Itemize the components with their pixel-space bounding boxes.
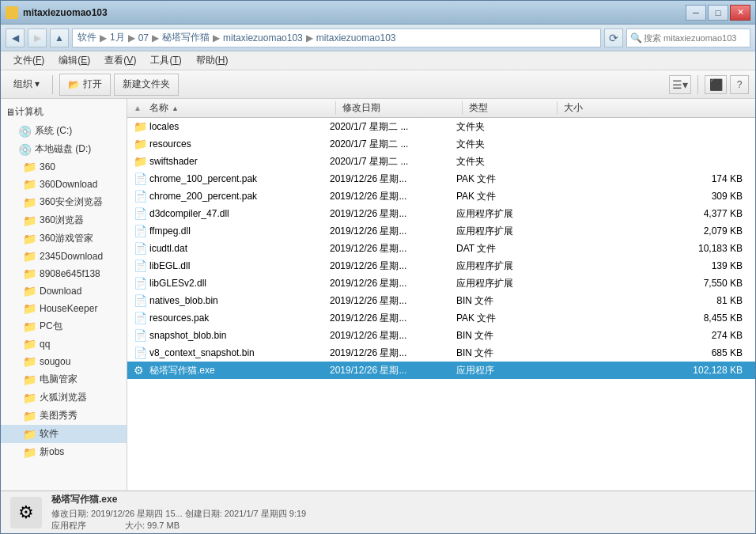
up-button[interactable]: ▲	[50, 28, 69, 47]
sidebar-qq-label: qq	[40, 339, 50, 350]
table-row[interactable]: 📄 icudtl.dat 2019/12/26 星期... DAT 文件 10,…	[127, 240, 755, 257]
table-row[interactable]: 📄 v8_context_snapshot.bin 2019/12/26 星期.…	[127, 344, 755, 362]
sidebar-item-newobs[interactable]: 📁 新obs	[1, 443, 127, 461]
col-header-size[interactable]: 大小	[558, 101, 749, 115]
sidebar-item-c-drive[interactable]: 💿 系统 (C:)	[1, 122, 127, 140]
menu-file[interactable]: 文件(F)	[7, 52, 51, 69]
breadcrumb-item-4[interactable]: 秘塔写作猫	[162, 31, 210, 44]
sidebar-pc-label: PC包	[40, 320, 62, 333]
sidebar-2345-label: 2345Download	[40, 251, 103, 262]
sidebar-item-pcmgr[interactable]: 📁 电脑管家	[1, 370, 127, 388]
toolbar-right: ☰▾ ⬛ ?	[669, 75, 749, 94]
table-row[interactable]: 📁 locales 2020/1/7 星期二 ... 文件夹	[127, 118, 755, 135]
breadcrumb-item-6[interactable]: mitaxiezuomao103	[316, 32, 396, 44]
folder-icon: 📁	[23, 302, 36, 315]
folder-icon: 📁	[23, 410, 36, 422]
sidebar-item-360[interactable]: 📁 360	[1, 158, 127, 176]
col-header-name[interactable]: 名称 ▲	[146, 101, 336, 115]
table-row[interactable]: 📁 resources 2020/1/7 星期二 ... 文件夹	[127, 135, 755, 153]
close-button[interactable]: ✕	[730, 5, 750, 21]
sidebar-ff-label: 火狐浏览器	[40, 391, 87, 404]
search-box[interactable]: 🔍	[626, 28, 750, 47]
menu-bar: 文件(F) 编辑(E) 查看(V) 工具(T) 帮助(H)	[1, 51, 755, 70]
table-row[interactable]: 📄 ffmpeg.dll 2019/12/26 星期... 应用程序扩展 2,0…	[127, 222, 755, 240]
sidebar-360g-label: 360游戏管家	[40, 232, 93, 245]
back-button[interactable]: ◀	[6, 28, 25, 47]
table-row[interactable]: 📄 libEGL.dll 2019/12/26 星期... 应用程序扩展 139…	[127, 257, 755, 275]
col-header-type[interactable]: 类型	[463, 101, 558, 115]
sidebar-dl-label: Download	[40, 286, 81, 297]
breadcrumb-item-1[interactable]: 软件	[77, 31, 96, 44]
toolbar-sep2	[697, 75, 698, 94]
sidebar-360ll-label: 360浏览器	[40, 214, 84, 227]
table-row[interactable]: 📄 natives_blob.bin 2019/12/26 星期... BIN …	[127, 292, 755, 309]
sort-indicator: ▲	[134, 104, 146, 112]
help-button[interactable]: ?	[730, 75, 749, 94]
table-row-selected[interactable]: ⚙ 秘塔写作猫.exe 2019/12/26 星期... 应用程序 102,12…	[127, 362, 755, 379]
folder-icon: 📁	[134, 155, 146, 168]
maximize-button[interactable]: □	[708, 5, 728, 21]
refresh-button[interactable]: ⟳	[604, 28, 623, 47]
sidebar-item-housekeeper[interactable]: 📁 HouseKeeper	[1, 300, 127, 317]
table-row[interactable]: 📄 resources.pak 2019/12/26 星期... PAK 文件 …	[127, 309, 755, 327]
menu-help[interactable]: 帮助(H)	[190, 52, 235, 69]
folder-icon: 📁	[23, 250, 36, 263]
file-icon: 📄	[134, 347, 146, 359]
breadcrumb-item-5[interactable]: mitaxiezuomao103	[223, 32, 303, 44]
table-row[interactable]: 📄 chrome_200_percent.pak 2019/12/26 星期..…	[127, 187, 755, 205]
table-row[interactable]: 📁 swiftshader 2020/1/7 星期二 ... 文件夹	[127, 153, 755, 170]
status-details-line1: 修改日期: 2019/12/26 星期四 15... 创建日期: 2021/1/…	[51, 508, 746, 520]
minimize-button[interactable]: ─	[686, 5, 706, 21]
folder-icon: 📁	[23, 178, 36, 191]
open-label: 打开	[83, 78, 102, 91]
preview-pane-button[interactable]: ⬛	[705, 75, 727, 94]
folder-icon: 📁	[23, 267, 36, 280]
menu-edit[interactable]: 编辑(E)	[52, 52, 96, 69]
breadcrumb-item-2[interactable]: 1月	[110, 31, 125, 44]
forward-button[interactable]: ▶	[28, 28, 47, 47]
sidebar-item-2345[interactable]: 📁 2345Download	[1, 248, 127, 265]
window-controls: ─ □ ✕	[686, 5, 750, 21]
folder-icon: 📁	[23, 233, 36, 245]
folder-icon: 📁	[23, 446, 36, 459]
table-row[interactable]: 📄 snapshot_blob.bin 2019/12/26 星期... BIN…	[127, 327, 755, 344]
sidebar-item-360browser[interactable]: 📁 360安全浏览器	[1, 193, 127, 211]
new-folder-button[interactable]: 新建文件夹	[114, 74, 179, 96]
sidebar-item-computer[interactable]: 🖥 计算机	[1, 102, 127, 122]
sidebar-hk-label: HouseKeeper	[40, 303, 97, 314]
sidebar-item-meitu[interactable]: 📁 美图秀秀	[1, 407, 127, 425]
file-icon: 📄	[134, 329, 146, 342]
sidebar-item-qq[interactable]: 📁 qq	[1, 335, 127, 353]
view-toggle-button[interactable]: ☰▾	[669, 75, 691, 94]
column-headers: ▲ 名称 ▲ 修改日期 类型 大小	[127, 99, 755, 118]
sidebar-obs-label: 新obs	[40, 445, 64, 459]
open-button[interactable]: 📂 打开	[59, 74, 111, 96]
sidebar-item-360download[interactable]: 📁 360Download	[1, 176, 127, 193]
sidebar-item-8908[interactable]: 📁 8908e645f138	[1, 265, 127, 282]
sidebar-item-ruanjian[interactable]: 📁 软件	[1, 425, 127, 443]
file-icon: 📄	[134, 312, 146, 324]
menu-view[interactable]: 查看(V)	[98, 52, 142, 69]
sidebar-item-sougou[interactable]: 📁 sougou	[1, 353, 127, 370]
folder-icon: 📁	[23, 320, 36, 333]
table-row[interactable]: 📄 chrome_100_percent.pak 2019/12/26 星期..…	[127, 170, 755, 187]
toolbar-sep	[52, 75, 53, 94]
window-title: mitaxiezuomao103	[23, 7, 686, 18]
sidebar-d-label: 本地磁盘 (D:)	[35, 142, 91, 156]
col-header-date[interactable]: 修改日期	[336, 101, 463, 115]
sidebar-item-download[interactable]: 📁 Download	[1, 282, 127, 300]
sidebar-item-360liulan[interactable]: 📁 360浏览器	[1, 211, 127, 229]
sidebar-item-firefox[interactable]: 📁 火狐浏览器	[1, 388, 127, 407]
menu-tools[interactable]: 工具(T)	[144, 52, 187, 69]
table-row[interactable]: 📄 libGLESv2.dll 2019/12/26 星期... 应用程序扩展 …	[127, 275, 755, 292]
table-row[interactable]: 📄 d3dcompiler_47.dll 2019/12/26 星期... 应用…	[127, 205, 755, 222]
sidebar-item-d-drive[interactable]: 💿 本地磁盘 (D:)	[1, 140, 127, 158]
breadcrumb-item-3[interactable]: 07	[138, 32, 149, 44]
sidebar-item-360game[interactable]: 📁 360游戏管家	[1, 229, 127, 248]
search-input[interactable]	[644, 33, 747, 43]
organize-button[interactable]: 组织 ▾	[7, 74, 46, 94]
sidebar-item-pc[interactable]: 📁 PC包	[1, 317, 127, 335]
folder-icon: 📁	[134, 120, 146, 133]
breadcrumb[interactable]: 软件 ▶ 1月 ▶ 07 ▶ 秘塔写作猫 ▶ mitaxiezuomao103 …	[72, 28, 601, 47]
sidebar-360dl-label: 360Download	[40, 179, 97, 190]
